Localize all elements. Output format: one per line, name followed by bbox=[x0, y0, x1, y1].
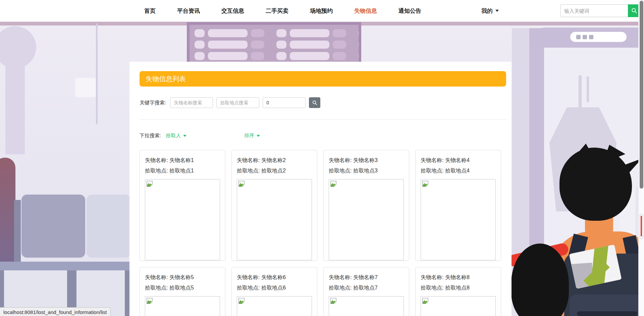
nav-menu: 首页平台资讯交互信息二手买卖场地预约失物信息通知公告 bbox=[144, 7, 421, 15]
nav-item-0[interactable]: 首页 bbox=[144, 7, 156, 15]
bg-board-window bbox=[251, 41, 264, 49]
broken-image-icon bbox=[422, 298, 429, 304]
nav-item-5[interactable]: 失物信息 bbox=[354, 7, 377, 15]
lost-items-panel: 失物信息列表 关键字搜索: 下拉搜索: 拾取人 排序 bbox=[129, 62, 512, 316]
pickup-location-line: 拾取地点: 拾取地点6 bbox=[237, 284, 312, 292]
bg-antenna bbox=[587, 76, 589, 102]
item-name-line: 失物名称: 失物名称6 bbox=[237, 274, 312, 281]
item-image-placeholder bbox=[145, 179, 220, 260]
bg-board-window bbox=[333, 52, 346, 60]
pickup-location-line: 拾取地点: 拾取地点3 bbox=[329, 167, 404, 174]
scrollbar-thumb[interactable] bbox=[640, 1, 643, 189]
nav-my-menu[interactable]: 我的 bbox=[481, 7, 499, 15]
nav-search-input[interactable] bbox=[560, 4, 628, 17]
broken-image-icon bbox=[422, 180, 429, 187]
caret-down-icon bbox=[495, 10, 499, 12]
bg-board-window bbox=[251, 52, 264, 60]
scrollbar-marker bbox=[639, 214, 643, 239]
bg-board-window bbox=[358, 29, 361, 37]
sort-dropdown[interactable]: 排序 bbox=[244, 133, 260, 139]
item-image-placeholder bbox=[237, 296, 312, 316]
item-image-placeholder bbox=[145, 296, 220, 316]
nav-item-6[interactable]: 通知公告 bbox=[398, 7, 421, 15]
caret-down-icon bbox=[257, 135, 260, 137]
broken-image-icon bbox=[330, 180, 337, 187]
nav-item-4[interactable]: 场地预约 bbox=[310, 7, 333, 15]
lost-item-card-4[interactable]: 失物名称: 失物名称4拾取地点: 拾取地点4 bbox=[415, 150, 501, 261]
item-image-placeholder bbox=[421, 296, 496, 316]
bg-seat-pole bbox=[14, 200, 21, 264]
bg-silhouette bbox=[0, 158, 15, 265]
lost-item-card-8[interactable]: 失物名称: 失物名称8拾取地点: 拾取地点8 bbox=[415, 267, 501, 316]
bg-board-window bbox=[251, 29, 264, 37]
item-name-line: 失物名称: 失物名称7 bbox=[329, 274, 404, 281]
item-name-line: 失物名称: 失物名称5 bbox=[145, 274, 220, 281]
divider bbox=[140, 119, 506, 120]
item-name-line: 失物名称: 失物名称2 bbox=[237, 157, 312, 164]
status-url-tooltip: localhost:8081/lost_and_found_informatio… bbox=[0, 307, 111, 316]
bg-sign-pole bbox=[96, 23, 98, 124]
bg-board-window bbox=[208, 52, 248, 60]
item-name-search-input[interactable] bbox=[170, 97, 213, 108]
bg-seat-back bbox=[21, 195, 85, 258]
keyword-search-row: 关键字搜索: bbox=[140, 97, 512, 108]
bg-board-window bbox=[290, 41, 329, 49]
nav-item-1[interactable]: 平台资讯 bbox=[177, 7, 200, 15]
keyword-search-button[interactable] bbox=[309, 97, 320, 108]
bg-board-window bbox=[276, 41, 286, 49]
top-navbar: 首页平台资讯交互信息二手买卖场地预约失物信息通知公告 我的 bbox=[0, 0, 644, 22]
broken-image-icon bbox=[238, 298, 245, 304]
page-scrollbar[interactable] bbox=[638, 0, 644, 316]
item-image-placeholder bbox=[421, 179, 496, 260]
bg-board-window bbox=[333, 29, 346, 37]
panel-title: 失物信息列表 bbox=[146, 74, 186, 84]
search-icon bbox=[631, 7, 638, 14]
lost-item-card-7[interactable]: 失物名称: 失物名称7拾取地点: 拾取地点7 bbox=[323, 267, 409, 316]
pickup-location-search-input[interactable] bbox=[216, 97, 259, 108]
page: 首页平台资讯交互信息二手买卖场地预约失物信息通知公告 我的 失物信息列表 关键字… bbox=[0, 0, 644, 316]
bg-board-window bbox=[358, 41, 361, 49]
lost-item-card-2[interactable]: 失物名称: 失物名称2拾取地点: 拾取地点2 bbox=[231, 150, 317, 261]
bg-board-window bbox=[290, 29, 329, 37]
lost-item-card-1[interactable]: 失物名称: 失物名称1拾取地点: 拾取地点1 bbox=[140, 150, 225, 261]
nav-item-3[interactable]: 二手买卖 bbox=[266, 7, 288, 15]
pickup-location-line: 拾取地点: 拾取地点5 bbox=[145, 284, 220, 292]
keyword-search-label: 关键字搜索: bbox=[140, 100, 166, 106]
nav-item-2[interactable]: 交互信息 bbox=[221, 7, 244, 15]
bg-seat-beam bbox=[0, 262, 133, 270]
bg-sign-board bbox=[75, 78, 96, 97]
item-name-line: 失物名称: 失物名称4 bbox=[421, 157, 496, 164]
panel-title-bar: 失物信息列表 bbox=[140, 71, 506, 87]
item-name-line: 失物名称: 失物名称3 bbox=[329, 157, 404, 164]
item-name-line: 失物名称: 失物名称8 bbox=[421, 274, 496, 281]
bg-board-window bbox=[195, 29, 205, 37]
lost-item-card-5[interactable]: 失物名称: 失物名称5拾取地点: 拾取地点5 bbox=[140, 267, 225, 316]
picker-dropdown[interactable]: 拾取人 bbox=[166, 133, 186, 139]
pickup-location-line: 拾取地点: 拾取地点4 bbox=[421, 167, 496, 174]
bg-board-window bbox=[208, 29, 248, 37]
item-image-placeholder bbox=[329, 296, 404, 316]
broken-image-icon bbox=[146, 180, 153, 187]
number-search-input[interactable] bbox=[263, 97, 306, 108]
pickup-location-line: 拾取地点: 拾取地点1 bbox=[145, 167, 220, 174]
broken-image-icon bbox=[238, 180, 245, 187]
bg-board-window bbox=[195, 52, 205, 60]
bg-board-window bbox=[290, 52, 329, 60]
bg-board-window bbox=[208, 41, 248, 49]
lost-items-grid: 失物名称: 失物名称1拾取地点: 拾取地点1失物名称: 失物名称2拾取地点: 拾… bbox=[140, 150, 506, 316]
item-name-line: 失物名称: 失物名称1 bbox=[145, 157, 220, 164]
lost-item-card-3[interactable]: 失物名称: 失物名称3拾取地点: 拾取地点3 bbox=[323, 150, 409, 261]
bg-board-window bbox=[276, 29, 286, 37]
bg-backpack-pocket-trim bbox=[577, 311, 637, 316]
bg-seat-back bbox=[87, 195, 131, 258]
pickup-location-line: 拾取地点: 拾取地点7 bbox=[329, 284, 404, 292]
nav-my-label: 我的 bbox=[481, 7, 493, 15]
pickup-location-line: 拾取地点: 拾取地点8 bbox=[421, 284, 496, 292]
broken-image-icon bbox=[146, 298, 153, 304]
bg-board-window bbox=[195, 41, 205, 49]
nav-search-group bbox=[560, 4, 641, 17]
lost-item-card-6[interactable]: 失物名称: 失物名称6拾取地点: 拾取地点6 bbox=[231, 267, 317, 316]
dropdown-search-row: 下拉搜索: 拾取人 排序 bbox=[140, 133, 512, 139]
search-icon bbox=[312, 100, 318, 106]
bg-board-window bbox=[333, 41, 346, 49]
